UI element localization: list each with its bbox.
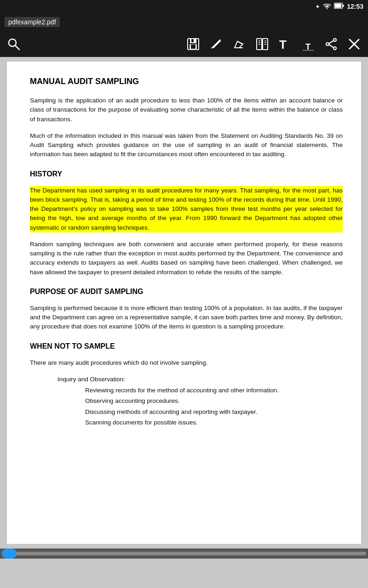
svg-rect-9: [191, 45, 196, 49]
toolbar: T T: [0, 31, 368, 57]
inquiry-label: Inquiry and Observation:: [58, 375, 343, 384]
indent-item-1: Observing accounting procedures.: [85, 396, 343, 406]
svg-point-0: [327, 8, 328, 9]
filename-label: pdfexample2.pdf: [5, 17, 60, 27]
toolbar-right: T T: [185, 36, 362, 52]
svg-line-29: [329, 45, 334, 48]
svg-text:T: T: [279, 38, 287, 51]
status-icons: ✦ 12:53: [315, 3, 363, 11]
edit-button[interactable]: [208, 36, 224, 52]
erase-button[interactable]: [231, 36, 247, 52]
columns-button[interactable]: [254, 36, 270, 52]
history-paragraph-2: Random sampling techniques are both conv…: [30, 240, 343, 277]
text-large-button[interactable]: T: [277, 36, 293, 52]
gray-padding: [0, 559, 368, 588]
wifi-icon: [323, 3, 331, 11]
intro-paragraph-2: Much of the information included in this…: [30, 131, 343, 159]
section-history: HISTORY The Department has used sampling…: [30, 169, 343, 277]
indent-item-2: Discussing methods of accounting and rep…: [85, 407, 343, 417]
svg-rect-3: [343, 5, 344, 7]
intro-paragraph: Sampling is the application of an audit …: [30, 96, 343, 124]
svg-text:T: T: [305, 42, 310, 51]
svg-point-27: [326, 43, 329, 45]
battery-icon: [334, 3, 344, 10]
bluetooth-icon: ✦: [315, 3, 320, 10]
indent-item-3: Scanning documents for possible issues.: [85, 418, 343, 427]
scroll-bar[interactable]: [0, 548, 368, 559]
svg-line-5: [15, 45, 19, 50]
document-title: MANUAL AUDIT SAMPLING: [30, 75, 343, 88]
toolbar-left: [6, 36, 22, 52]
svg-point-26: [334, 47, 336, 50]
pdf-page: MANUAL AUDIT SAMPLING Sampling is the ap…: [7, 62, 361, 544]
purpose-paragraph: Sampling is performed because it is more…: [30, 304, 343, 332]
svg-rect-2: [335, 4, 341, 8]
status-bar: ✦ 12:53: [0, 0, 368, 13]
section-purpose: PURPOSE OF AUDIT SAMPLING Sampling is pe…: [30, 286, 343, 332]
when-not-paragraph: There are many audit procedures which do…: [30, 358, 343, 368]
history-highlighted-paragraph: The Department has used sampling in its …: [30, 186, 343, 232]
svg-rect-15: [263, 39, 268, 50]
purpose-title: PURPOSE OF AUDIT SAMPLING: [30, 286, 343, 297]
scroll-track[interactable]: [2, 552, 366, 555]
svg-line-13: [237, 41, 243, 44]
search-button[interactable]: [6, 36, 22, 52]
title-bar: pdfexample2.pdf: [0, 13, 368, 31]
svg-point-25: [334, 39, 336, 41]
svg-rect-10: [191, 39, 194, 42]
text-small-button[interactable]: T: [300, 36, 316, 52]
save-button[interactable]: [185, 36, 201, 52]
when-not-title: WHEN NOT TO SAMPLE: [30, 341, 343, 352]
status-time: 12:53: [347, 3, 363, 10]
share-button[interactable]: [323, 36, 339, 52]
section-title: MANUAL AUDIT SAMPLING Sampling is the ap…: [30, 75, 343, 159]
pdf-container: MANUAL AUDIT SAMPLING Sampling is the ap…: [0, 57, 368, 548]
history-title: HISTORY: [30, 169, 343, 180]
svg-rect-14: [257, 39, 262, 50]
close-button[interactable]: [346, 36, 362, 52]
section-when-not: WHEN NOT TO SAMPLE There are many audit …: [30, 341, 343, 428]
scroll-thumb[interactable]: [2, 548, 17, 559]
svg-line-28: [329, 41, 334, 44]
indent-item-0: Reviewing records for the method of acco…: [85, 386, 343, 395]
